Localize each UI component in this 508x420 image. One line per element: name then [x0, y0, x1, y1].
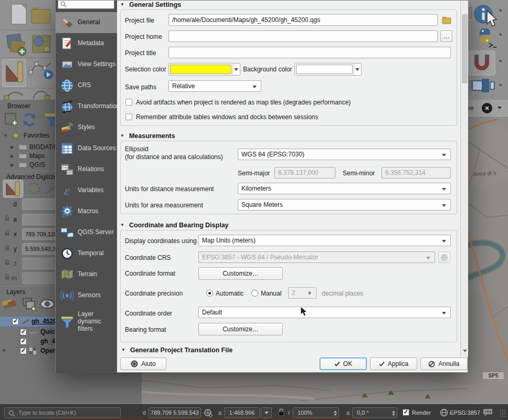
- ok-button[interactable]: OK: [320, 358, 367, 370]
- crs-status-badge[interactable]: EPSG:3857: [450, 410, 480, 416]
- avoid-artifacts-checkbox[interactable]: [125, 99, 132, 106]
- display-coordinates-combo[interactable]: Map Units (meters): [198, 235, 451, 246]
- project-home-browse-button[interactable]: …: [440, 30, 452, 42]
- help-button[interactable]: Aiuto: [120, 358, 166, 370]
- sidebar-item-metadata[interactable]: Metadata: [56, 33, 117, 54]
- resize-grip[interactable]: [500, 409, 506, 417]
- extents-icon[interactable]: [204, 408, 213, 417]
- section-general-settings[interactable]: General Settings: [120, 1, 181, 8]
- sidebar-item-label: Styles: [78, 124, 95, 131]
- coordinate-order-combo[interactable]: Default: [198, 307, 451, 318]
- layer-expander[interactable]: ▼: [2, 348, 6, 353]
- close-icon[interactable]: [482, 103, 492, 113]
- project-file-browse-button[interactable]: [440, 14, 452, 26]
- coordinate-crs-combo[interactable]: EPSG:3857 - WGS 84 / Pseudo-Mercator: [198, 251, 435, 263]
- section-coordinate-display[interactable]: Coordinate and Bearing Display: [120, 222, 229, 229]
- coordinate-display[interactable]: 789.709 5.599.543: [149, 407, 201, 418]
- distance-units-combo[interactable]: Kilometers: [238, 183, 451, 194]
- scrollbar-down-button[interactable]: [461, 347, 469, 356]
- layer-name[interactable]: gh_4520: [31, 318, 57, 325]
- manual-label[interactable]: Manual: [261, 290, 281, 297]
- save-paths-combo[interactable]: Relative: [168, 80, 261, 92]
- chevron-down-icon[interactable]: [354, 64, 361, 75]
- sidebar-item-styles[interactable]: Styles: [56, 117, 117, 138]
- precision-spinner[interactable]: 2: [288, 287, 316, 299]
- ellipsoid-combo[interactable]: WGS 84 (EPSG:7030): [238, 149, 451, 160]
- field-m-label: m: [7, 275, 17, 282]
- apply-button[interactable]: Applica: [370, 358, 417, 370]
- sidebar-items: General Metadata View Settings CRS Trans…: [56, 12, 117, 338]
- area-units-combo[interactable]: Square Meters: [238, 199, 451, 211]
- layer-checkbox[interactable]: [20, 329, 27, 335]
- cancel-button[interactable]: Annulla: [420, 358, 468, 370]
- automatic-label[interactable]: Automatic: [216, 290, 244, 297]
- automatic-radio[interactable]: [206, 290, 213, 297]
- tree-item-qgis[interactable]: QGIS: [29, 161, 45, 169]
- locate-input[interactable]: Type to locate (Ctrl+K): [4, 407, 121, 418]
- chevron-down-icon[interactable]: [232, 64, 240, 75]
- sidebar-item-relations[interactable]: Relations: [56, 159, 117, 180]
- favorites-expander[interactable]: ▼: [3, 133, 8, 138]
- lock-scale-icon[interactable]: [278, 408, 285, 417]
- rotation-spinner[interactable]: [392, 409, 395, 417]
- remember-tables-checkbox[interactable]: [125, 113, 132, 120]
- messages-icon[interactable]: [483, 408, 493, 417]
- sidebar-item-qgis-server[interactable]: QGIS Server: [56, 222, 117, 243]
- python-console-icon[interactable]: [472, 26, 498, 49]
- magnifier-input[interactable]: 100%: [293, 407, 339, 418]
- selection-color-picker[interactable]: [168, 63, 240, 76]
- identify-features-icon[interactable]: [472, 3, 499, 27]
- table-icon: [60, 142, 74, 155]
- project-home-label: Project home: [125, 33, 162, 40]
- left-toolbar-icons[interactable]: [0, 0, 58, 100]
- bearing-format-customize-button[interactable]: Customize…: [198, 323, 283, 335]
- sidebar-item-terrain[interactable]: Terrain: [56, 264, 117, 285]
- scrollbar-handle[interactable]: [462, 14, 468, 83]
- semi-major-input[interactable]: 6.378.137,000: [274, 167, 335, 178]
- semi-minor-input[interactable]: 6.356.752,314: [382, 167, 451, 178]
- coordinate-format-customize-button[interactable]: Customize…: [198, 267, 283, 280]
- sidebar-item-view-settings[interactable]: View Settings: [56, 54, 117, 75]
- folder-icon: [19, 152, 27, 159]
- digitizing-toolbar[interactable]: [3, 180, 60, 198]
- sidebar-item-variables[interactable]: εε Variables: [56, 180, 117, 201]
- sidebar-item-sensors[interactable]: Sensors: [56, 285, 117, 306]
- crs-globe-icon[interactable]: [440, 408, 448, 417]
- project-home-input[interactable]: [168, 30, 438, 42]
- background-color-picker[interactable]: [294, 63, 362, 76]
- tree-item-maps[interactable]: Maps: [29, 152, 45, 160]
- layers-toolbar[interactable]: [1, 296, 59, 312]
- sidebar-item-data-sources[interactable]: Data Sources: [56, 138, 117, 159]
- folder1-expander[interactable]: ▶: [10, 144, 14, 150]
- sidebar-item-temporal[interactable]: Temporal: [56, 243, 117, 264]
- settings-search-input[interactable]: [58, 1, 114, 9]
- scale-input[interactable]: 1:468.966: [224, 407, 260, 418]
- folder3-expander[interactable]: ▶: [10, 162, 14, 167]
- render-checkbox[interactable]: [403, 409, 409, 416]
- layer-checkbox[interactable]: [20, 338, 27, 345]
- sidebar-item-transformations[interactable]: Transformations: [56, 96, 117, 117]
- section-measurements[interactable]: Measurements: [120, 132, 175, 140]
- rotation-input[interactable]: 0,0 °: [352, 407, 397, 418]
- chevron-down-icon[interactable]: [498, 107, 502, 111]
- select-crs-button[interactable]: [438, 251, 450, 263]
- layer-checkbox[interactable]: [12, 318, 19, 325]
- magnifier-spinner[interactable]: [334, 409, 337, 417]
- dialog-scrollbar[interactable]: [460, 1, 468, 356]
- section-translation[interactable]: Generate Project Translation File: [121, 346, 232, 354]
- elevation-profile-icon[interactable]: [471, 78, 495, 93]
- snapping-magnet-icon[interactable]: [468, 50, 495, 76]
- sidebar-item-macros[interactable]: Macros: [56, 201, 117, 222]
- manual-radio[interactable]: [251, 290, 258, 297]
- scale-dropdown-button[interactable]: [261, 407, 272, 418]
- sidebar-item-layer-dynamic-filters[interactable]: Layer dynamic filters: [56, 306, 117, 338]
- tree-item-favorites[interactable]: Favorites: [24, 132, 49, 139]
- project-file-input[interactable]: /home/ale/Documenti/Maps/gh_45200/gh_452…: [168, 14, 438, 26]
- tree-item-bigdata[interactable]: BIGDATA: [29, 143, 56, 151]
- layer-checkbox[interactable]: [20, 348, 27, 354]
- sidebar-item-general[interactable]: General: [56, 12, 117, 33]
- sidebar-item-crs[interactable]: CRS: [56, 75, 117, 96]
- project-title-input[interactable]: [168, 47, 451, 58]
- folder2-expander[interactable]: ▶: [10, 153, 14, 159]
- precision-spinner-buttons[interactable]: [308, 288, 311, 298]
